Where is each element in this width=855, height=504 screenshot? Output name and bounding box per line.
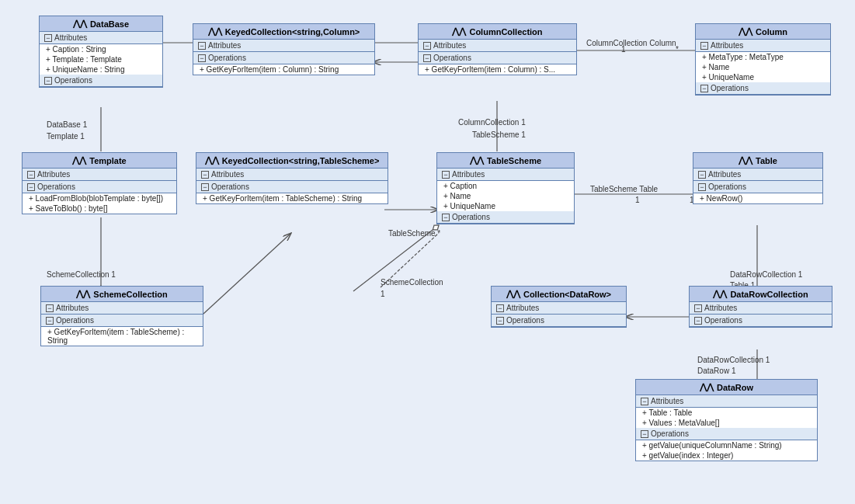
- attr-col-2: + Name: [696, 62, 830, 72]
- collapse-attr-drc[interactable]: −: [694, 304, 702, 312]
- op-kc-1: + GetKeyForItem(item : Column) : String: [193, 64, 374, 75]
- collapse-ops-kts[interactable]: −: [201, 183, 209, 191]
- section-attributes-database: − Attributes: [40, 32, 162, 44]
- section-ops-kc: − Operations: [193, 52, 374, 64]
- section-ops-drc: − Operations: [690, 315, 832, 327]
- collapse-attr-kts[interactable]: −: [201, 171, 209, 179]
- label-star-ts: TableScheme *: [388, 229, 440, 238]
- label-datarowcollection-1: DataRowCollection 1: [730, 270, 802, 279]
- stereotype-icon-col: ⋀⋀: [739, 26, 752, 36]
- title-table: Table: [756, 156, 777, 165]
- label-template-1: Template 1: [47, 132, 85, 141]
- collapse-ops-cc[interactable]: −: [423, 54, 431, 62]
- svg-line-6: [194, 233, 291, 322]
- collapse-ops-col[interactable]: −: [700, 85, 708, 92]
- box-template: ⋀⋀ Template − Attributes − Operations + …: [22, 152, 177, 214]
- collapse-ops-database[interactable]: −: [44, 77, 52, 85]
- header-keyed-column: ⋀⋀ KeyedCollection<string,Column>: [193, 24, 374, 40]
- header-template: ⋀⋀ Template: [23, 153, 176, 169]
- header-cdr: ⋀⋀ Collection<DataRow>: [492, 287, 626, 302]
- box-tablescheme: ⋀⋀ TableScheme − Attributes + Caption + …: [436, 152, 575, 224]
- attr-ts-caption: + Caption: [437, 181, 574, 191]
- box-datarow-collection: ⋀⋀ DataRowCollection − Attributes − Oper…: [689, 286, 832, 328]
- header-column: ⋀⋀ Column: [696, 24, 830, 40]
- stereotype-icon-cc: ⋀⋀: [452, 26, 466, 36]
- title-dr: DataRow: [717, 383, 753, 392]
- label-database-1: DataBase 1: [47, 120, 87, 129]
- collapse-attr-cc[interactable]: −: [423, 42, 431, 50]
- collapse-attr-kc[interactable]: −: [198, 42, 206, 50]
- collapse-attr-database[interactable]: −: [44, 34, 52, 42]
- label-one-col: 1: [621, 45, 626, 54]
- label-star: *: [676, 45, 679, 54]
- collapse-ops-ts[interactable]: −: [442, 214, 450, 221]
- attr-col-3: + UniqueName: [696, 72, 830, 82]
- header-table: ⋀⋀ Table: [693, 153, 822, 169]
- label-schemecollection: SchemeCollection: [381, 278, 443, 287]
- label-columnCollection-column: ColumnCollection Column: [586, 39, 676, 47]
- box-column: ⋀⋀ Column − Attributes + MetaType : Meta…: [695, 23, 831, 96]
- collapse-attr-ts[interactable]: −: [442, 171, 450, 179]
- stereotype-icon-database: ⋀⋀: [73, 19, 87, 29]
- section-ops-sc: − Operations: [41, 315, 203, 327]
- title-drc: DataRowCollection: [730, 290, 808, 299]
- op-cc-1: + GetKeyForItem(item : Column) : S...: [419, 64, 576, 75]
- collapse-ops-dr[interactable]: −: [641, 430, 648, 438]
- op-dr-2: + getValue(index : Integer): [636, 450, 817, 461]
- section-attr-col: − Attributes: [696, 40, 830, 52]
- title-ts: TableScheme: [487, 156, 541, 165]
- box-datarow: ⋀⋀ DataRow − Attributes + Table : Table …: [635, 379, 818, 461]
- label-tablescheme-right: TableScheme Table: [590, 185, 658, 193]
- box-column-collection: ⋀⋀ ColumnCollection − Attributes − Opera…: [418, 23, 577, 75]
- attr-dr-2: + Values : MetaValue[]: [636, 418, 817, 428]
- section-ops-col: − Operations: [696, 82, 830, 95]
- title-keyed-ts: KeyedCollection<string,TableScheme>: [222, 156, 380, 165]
- label-ts-1: 1: [635, 196, 640, 204]
- section-ops-kts: − Operations: [196, 181, 388, 193]
- collapse-attr-cdr[interactable]: −: [496, 304, 504, 312]
- stereotype-icon-ts: ⋀⋀: [470, 155, 484, 165]
- diagram-canvas: ColumnCollection Column * 1 DataBase 1 T…: [0, 0, 855, 504]
- op-dr-1: + getValue(uniqueColumnName : String): [636, 440, 817, 450]
- box-table: ⋀⋀ Table − Attributes − Operations + New…: [693, 152, 823, 204]
- collapse-attr-dr[interactable]: −: [641, 398, 648, 405]
- attr-database-1: + Caption : String: [40, 44, 162, 54]
- attr-ts-unique: + UniqueName: [437, 201, 574, 211]
- title-template: Template: [89, 156, 126, 165]
- stereotype-icon-cdr: ⋀⋀: [506, 289, 520, 299]
- box-database: ⋀⋀ DataBase − Attributes + Caption : Str…: [39, 16, 163, 88]
- section-ops-database: − Operations: [40, 75, 162, 87]
- section-attr-drc: − Attributes: [690, 302, 832, 315]
- title-keyed-column: KeyedCollection<string,Column>: [225, 27, 360, 36]
- title-column: Column: [756, 27, 787, 36]
- collapse-attr-table[interactable]: −: [698, 171, 706, 179]
- attr-dr-1: + Table : Table: [636, 408, 817, 418]
- section-ops-cc: − Operations: [419, 52, 576, 64]
- collapse-ops-tmpl[interactable]: −: [27, 183, 35, 191]
- title-column-collection: ColumnCollection: [469, 27, 542, 36]
- op-table-1: + NewRow(): [693, 193, 822, 203]
- collapse-attr-col[interactable]: −: [700, 42, 708, 50]
- collapse-ops-kc[interactable]: −: [198, 54, 206, 62]
- label-columncollection-1: ColumnCollection 1: [458, 118, 526, 127]
- box-keyed-column: ⋀⋀ KeyedCollection<string,Column> − Attr…: [193, 23, 375, 75]
- collapse-ops-cdr[interactable]: −: [496, 317, 504, 325]
- section-attr-table: − Attributes: [693, 169, 822, 181]
- stereotype-icon-kts: ⋀⋀: [205, 155, 219, 165]
- section-ops-ts: − Operations: [437, 211, 574, 224]
- label-datarow-1: DataRow 1: [697, 367, 735, 375]
- header-sc: ⋀⋀ SchemeCollection: [41, 287, 203, 302]
- collapse-attr-sc[interactable]: −: [46, 304, 54, 312]
- collapse-ops-table[interactable]: −: [698, 183, 706, 191]
- collapse-ops-drc[interactable]: −: [694, 317, 702, 325]
- header-database: ⋀⋀ DataBase: [40, 16, 162, 32]
- attr-ts-name: + Name: [437, 191, 574, 201]
- section-attr-ts: − Attributes: [437, 169, 574, 181]
- box-collection-datarow: ⋀⋀ Collection<DataRow> − Attributes − Op…: [491, 286, 627, 328]
- title-database: DataBase: [90, 19, 129, 29]
- section-attr-kc: − Attributes: [193, 40, 374, 52]
- stereotype-icon-dr: ⋀⋀: [700, 382, 714, 392]
- collapse-attr-tmpl[interactable]: −: [27, 171, 35, 179]
- box-scheme-collection: ⋀⋀ SchemeCollection − Attributes − Opera…: [40, 286, 203, 346]
- collapse-ops-sc[interactable]: −: [46, 317, 54, 325]
